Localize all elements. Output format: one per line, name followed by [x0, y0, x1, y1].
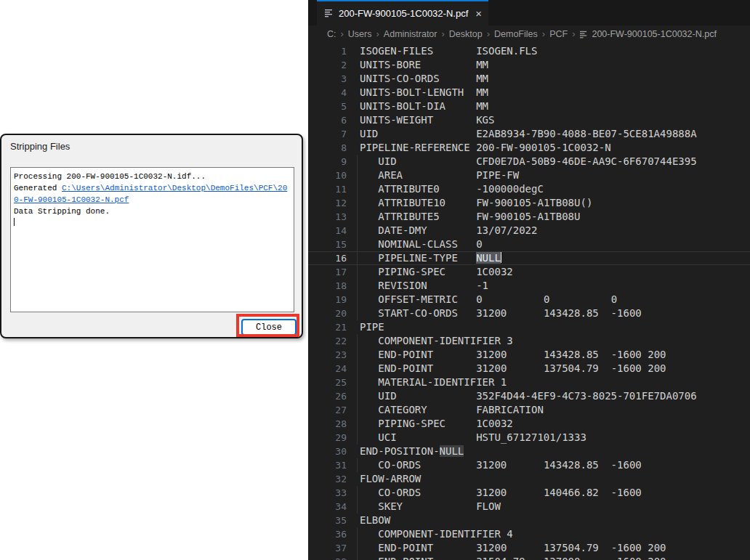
breadcrumb-item[interactable]: PCF	[549, 29, 568, 39]
selected-word: NULL	[476, 252, 501, 264]
code-line: 3UNITS-CO-ORDS MM	[308, 72, 750, 86]
tab-close-icon[interactable]: ×	[473, 7, 484, 20]
breadcrumb-item[interactable]: C:	[327, 29, 336, 39]
chevron-right-icon: ›	[341, 28, 344, 39]
code-text: COMPONENT-IDENTIFIER 3	[347, 334, 513, 348]
code-text: UID 352F4D44-4EF9-4C73-8025-701FE7DA0706	[347, 389, 697, 403]
code-text: ATTRIBUTE5 FW-900105-A1TB08U	[347, 210, 580, 224]
code-line: 29 UCI HSTU_67127101/1333	[308, 431, 750, 445]
code-text: MATERIAL-IDENTIFIER 1	[347, 376, 507, 389]
code-text: PIPE	[347, 320, 384, 334]
code-line: 18 REVISION -1	[308, 279, 750, 293]
vscode-window: 200-FW-900105-1C0032-N.pcf × C:›Users›Ad…	[308, 0, 750, 560]
code-line: 23 END-POINT 31200 143428.85 -1600 200	[308, 348, 750, 362]
line-number: 17	[308, 265, 347, 279]
tab-label: 200-FW-900105-1C0032-N.pcf	[339, 8, 468, 19]
line-number: 14	[308, 224, 347, 238]
line-number: 1	[308, 44, 347, 58]
indent-guide	[357, 458, 358, 472]
code-line: 31 CO-ORDS 31200 143428.85 -1600	[308, 458, 750, 472]
text-cursor	[14, 218, 15, 226]
indent-guide	[357, 251, 358, 265]
line-number: 31	[308, 458, 347, 472]
line-number: 25	[308, 376, 347, 389]
line-number: 36	[308, 527, 347, 541]
line-number: 19	[308, 293, 347, 307]
code-line: 19 OFFSET-METRIC 0 0 0	[308, 293, 750, 307]
indent-guide	[357, 486, 358, 500]
code-line: 36 COMPONENT-IDENTIFIER 4	[308, 527, 750, 541]
indent-guide	[357, 224, 358, 238]
code-line: 15 NOMINAL-CLASS 0	[308, 238, 750, 251]
breadcrumb-item[interactable]: DemoFiles	[494, 29, 538, 39]
indent-guide	[357, 527, 358, 541]
code-line: 24 END-POINT 31200 137504.79 -1600 200	[308, 362, 750, 376]
code-line: 25 MATERIAL-IDENTIFIER 1	[308, 376, 750, 389]
breadcrumb-file[interactable]: 200-FW-900105-1C0032-N.pcf	[579, 29, 716, 39]
line-number: 13	[308, 210, 347, 224]
code-text: COMPONENT-IDENTIFIER 4	[347, 527, 513, 541]
line-number: 23	[308, 348, 347, 362]
line-number: 10	[308, 169, 347, 182]
code-text: UID CFD0E7DA-50B9-46DE-AA9C-6F670744E395	[347, 155, 697, 169]
code-text: UNITS-CO-ORDS MM	[347, 72, 488, 86]
code-text: PIPELINE-TYPE NULL	[347, 251, 501, 265]
stripping-files-dialog: Stripping Files Processing 200-FW-900105…	[0, 134, 303, 338]
breadcrumb-item[interactable]: Desktop	[449, 29, 483, 39]
line-number: 21	[308, 320, 347, 334]
line-number: 7	[308, 127, 347, 141]
line-number: 22	[308, 334, 347, 348]
breadcrumb-item[interactable]: Administrator	[384, 29, 438, 39]
close-button-label: Close	[256, 322, 282, 333]
code-line: 21PIPE	[308, 320, 750, 334]
indent-guide	[357, 182, 358, 196]
indent-guide	[357, 431, 358, 445]
code-line: 14 DATE-DMY 13/07/2022	[308, 224, 750, 238]
code-text: END-POINT 31200 137504.79 -1600 200	[347, 362, 666, 376]
code-text: UCI HSTU_67127101/1333	[347, 431, 586, 445]
code-text: PIPING-SPEC 1C0032	[347, 417, 513, 431]
code-text: CO-ORDS 31200 143428.85 -1600	[347, 458, 642, 472]
line-number: 3	[308, 72, 347, 86]
code-line: 17 PIPING-SPEC 1C0032	[308, 265, 750, 279]
code-line: 11 ATTRIBUTE0 -100000degC	[308, 182, 750, 196]
breadcrumb-filename: 200-FW-900105-1C0032-N.pcf	[592, 29, 716, 39]
breadcrumb-item[interactable]: Users	[348, 29, 372, 39]
line-number: 12	[308, 196, 347, 210]
indent-guide	[357, 362, 358, 376]
code-text: UNITS-WEIGHT KGS	[347, 113, 494, 127]
search-match-highlight: NULL	[440, 445, 464, 457]
code-text: REVISION -1	[347, 279, 488, 293]
breadcrumb: C:›Users›Administrator›Desktop›DemoFiles…	[308, 25, 750, 42]
indent-guide	[357, 196, 358, 210]
indent-guide	[357, 169, 358, 182]
code-text: ISOGEN-FILES ISOGEN.FLS	[347, 44, 537, 58]
code-line: 30END-POSITION-NULL	[308, 445, 750, 458]
code-text: AREA PIPE-FW	[347, 169, 519, 182]
code-line: 6UNITS-WEIGHT KGS	[308, 113, 750, 127]
code-line: 7UID E2AB8934-7B90-4088-BE07-5CE81A49888…	[308, 127, 750, 141]
dialog-title: Stripping Files	[10, 141, 70, 152]
code-line: 22 COMPONENT-IDENTIFIER 3	[308, 334, 750, 348]
indent-guide	[357, 555, 358, 560]
close-button[interactable]: Close	[241, 319, 297, 336]
indent-guide	[357, 155, 358, 169]
code-editor[interactable]: 1ISOGEN-FILES ISOGEN.FLS2UNITS-BORE MM3U…	[308, 42, 750, 560]
line-number: 18	[308, 279, 347, 293]
line-number: 16	[308, 251, 347, 265]
indent-guide	[357, 210, 358, 224]
indent-guide	[357, 389, 358, 403]
log-output-area[interactable]: Processing 200-FW-900105-1C0032-N.idf...…	[10, 167, 294, 312]
editor-tab-bar: 200-FW-900105-1C0032-N.pcf ×	[308, 0, 750, 25]
indent-guide	[357, 238, 358, 251]
code-line: 12 ATTRIBUTE10 FW-900105-A1TB08U()	[308, 196, 750, 210]
indent-guide	[357, 348, 358, 362]
line-number: 2	[308, 58, 347, 72]
code-line: 8PIPELINE-REFERENCE 200-FW-900105-1C0032…	[308, 141, 750, 155]
code-text: ELBOW	[347, 514, 390, 527]
indent-guide	[357, 403, 358, 417]
tab-pcf-file[interactable]: 200-FW-900105-1C0032-N.pcf ×	[317, 0, 488, 25]
code-line: 10 AREA PIPE-FW	[308, 169, 750, 182]
code-text: END-POSITION-NULL	[347, 445, 464, 458]
code-line: 33 CO-ORDS 31200 140466.82 -1600	[308, 486, 750, 500]
